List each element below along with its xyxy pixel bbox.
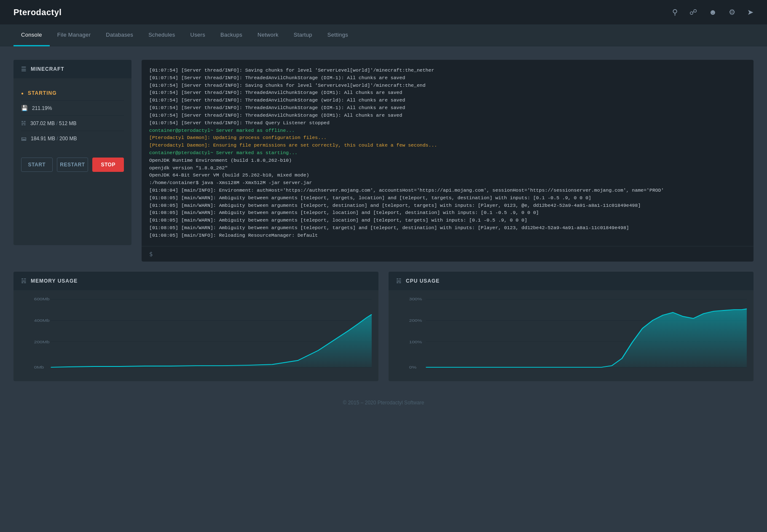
tab-network[interactable]: Network: [250, 24, 286, 46]
console-line: [01:08:05] [main/WARN]: Ambiguity betwee…: [149, 217, 746, 224]
console-line: OpenJDK 64-Bit Server VM (build 25.262-b…: [149, 171, 746, 179]
top-row: ☰ MINECRAFT ● STARTING 💾 211.19% ☵ 307.0…: [13, 60, 754, 262]
power-icon[interactable]: ➤: [747, 8, 754, 17]
top-nav-icons: ⚲ ☍ ☻ ⚙ ➤: [672, 8, 754, 17]
cpu-chart-area: 300% 200% 100% 0%: [389, 290, 754, 374]
console-line: [01:08:05] [main/WARN]: Ambiguity betwee…: [149, 224, 746, 232]
svg-text:0%: 0%: [409, 365, 417, 369]
console-panel: [01:07:54] [Server thread/INFO]: Saving …: [142, 60, 754, 262]
memory-chart-area: 600Mb 400Mb 200Mb 0Mb: [13, 290, 378, 374]
console-line: [01:08:05] [main/WARN]: Ambiguity betwee…: [149, 202, 746, 209]
console-line: [01:08:05] [main/WARN]: Ambiguity betwee…: [149, 194, 746, 202]
search-icon[interactable]: ⚲: [672, 8, 678, 17]
server-panel-header: ☰ MINECRAFT: [13, 60, 131, 78]
memory-row: ☵ 307.02 MB / 512 MB: [21, 116, 124, 131]
top-navbar: Pterodactyl ⚲ ☍ ☻ ⚙ ➤: [0, 0, 767, 24]
tab-startup[interactable]: Startup: [286, 24, 320, 46]
console-line: OpenJDK Runtime Environment (build 1.8.0…: [149, 157, 746, 164]
console-line: [01:07:54] [Server thread/INFO]: Saving …: [149, 67, 746, 74]
svg-text:600Mb: 600Mb: [34, 297, 50, 301]
cpu-chart-header: ☵ CPU USAGE: [389, 272, 754, 290]
tab-users[interactable]: Users: [183, 24, 213, 46]
console-line: :/home/container$ java -Xms128M -Xmx512M…: [149, 179, 746, 187]
console-line: [Pterodactyl Daemon]: Updating process c…: [149, 134, 746, 142]
console-input-row: $: [142, 246, 754, 262]
console-line: [01:07:54] [Server thread/INFO]: Threade…: [149, 112, 746, 119]
memory-chart-svg: 600Mb 400Mb 200Mb 0Mb: [18, 294, 374, 374]
console-line: [01:07:54] [Server thread/INFO]: Threade…: [149, 96, 746, 104]
server-panel-title: MINECRAFT: [31, 66, 64, 72]
tab-file-manager[interactable]: File Manager: [50, 24, 98, 46]
console-line: [01:07:54] [Server thread/INFO]: Threade…: [149, 104, 746, 112]
memory-value: 307.02 MB / 512 MB: [30, 120, 76, 126]
stop-button[interactable]: STOP: [92, 158, 124, 172]
layers-icon[interactable]: ☍: [689, 8, 697, 17]
memory-chart-panel: ☵ MEMORY USAGE 600Mb 400Mb 200Mb 0Mb: [13, 272, 378, 381]
disk-row: 🖴 184.91 MB / 200 MB: [21, 131, 124, 146]
memory-chart-title: MEMORY USAGE: [31, 278, 78, 284]
disk-value: 184.91 MB / 200 MB: [31, 136, 77, 142]
cpu-chart-svg: 300% 200% 100% 0%: [393, 294, 749, 374]
console-line: [01:08:05] [main/INFO]: Reloading Resour…: [149, 232, 746, 239]
brand-title: Pterodactyl: [13, 8, 62, 17]
cpu-chart-panel: ☵ CPU USAGE 300% 200% 100% 0%: [389, 272, 754, 381]
svg-text:100%: 100%: [409, 340, 422, 344]
console-line: container@pterodactyl~ Server marked as …: [149, 149, 746, 157]
console-line: [01:07:54] [Server thread/INFO]: Threade…: [149, 89, 746, 96]
tab-backups[interactable]: Backups: [213, 24, 250, 46]
bottom-row: ☵ MEMORY USAGE 600Mb 400Mb 200Mb 0Mb: [13, 272, 754, 381]
server-list-icon: ☰: [21, 66, 27, 72]
cpu-chart-icon: ☵: [396, 278, 402, 284]
main-content: ☰ MINECRAFT ● STARTING 💾 211.19% ☵ 307.0…: [0, 46, 767, 426]
console-line: [Pterodactyl Daemon]: Ensuring file perm…: [149, 142, 746, 149]
console-line: [01:07:54] [Server thread/INFO]: Saving …: [149, 82, 746, 89]
memory-icon: ☵: [21, 120, 26, 126]
cpu-chart-title: CPU USAGE: [406, 278, 440, 284]
console-line: [01:07:54] [Server thread/INFO]: Threade…: [149, 74, 746, 82]
tab-databases[interactable]: Databases: [98, 24, 141, 46]
console-line: [01:08:05] [main/WARN]: Ambiguity betwee…: [149, 209, 746, 217]
console-line: [01:07:54] [Server thread/INFO]: Thread …: [149, 119, 746, 127]
start-button[interactable]: START: [21, 158, 53, 172]
tab-settings[interactable]: Settings: [320, 24, 356, 46]
console-input[interactable]: [156, 251, 746, 257]
memory-chart-icon: ☵: [21, 278, 27, 284]
console-output: [01:07:54] [Server thread/INFO]: Saving …: [142, 60, 754, 246]
footer-text: © 2015 – 2020 Pterodactyl Software: [343, 400, 424, 406]
settings-icon[interactable]: ⚙: [729, 8, 735, 17]
console-line: container@pterodactyl~ Server marked as …: [149, 127, 746, 134]
console-prompt: $: [149, 251, 153, 257]
cpu-row: 💾 211.19%: [21, 101, 124, 116]
sub-navbar: Console File Manager Databases Schedules…: [0, 24, 767, 46]
status-row: ● STARTING: [21, 86, 124, 101]
tab-schedules[interactable]: Schedules: [141, 24, 182, 46]
svg-text:200%: 200%: [409, 318, 422, 322]
cpu-icon: 💾: [21, 105, 28, 111]
disk-icon: 🖴: [21, 135, 27, 142]
footer: © 2015 – 2020 Pterodactyl Software: [13, 391, 754, 417]
restart-button[interactable]: RESTART: [57, 158, 88, 172]
svg-text:400Mb: 400Mb: [34, 318, 50, 322]
console-line: [01:08:04] [main/INFO]: Environment: aut…: [149, 187, 746, 194]
svg-text:300%: 300%: [409, 297, 422, 301]
status-dot-icon: ●: [21, 91, 24, 96]
console-line: openjdk version "1.8.0_262": [149, 164, 746, 172]
cpu-value: 211.19%: [32, 105, 52, 111]
server-buttons: START RESTART STOP: [13, 149, 131, 180]
server-status: STARTING: [28, 90, 56, 96]
svg-text:0Mb: 0Mb: [34, 365, 44, 369]
server-stats: ● STARTING 💾 211.19% ☵ 307.02 MB / 512 M…: [13, 78, 131, 146]
memory-chart-header: ☵ MEMORY USAGE: [13, 272, 378, 290]
user-icon[interactable]: ☻: [709, 8, 717, 17]
server-info-panel: ☰ MINECRAFT ● STARTING 💾 211.19% ☵ 307.0…: [13, 60, 131, 245]
svg-text:200Mb: 200Mb: [34, 340, 50, 344]
tab-console[interactable]: Console: [13, 24, 50, 46]
